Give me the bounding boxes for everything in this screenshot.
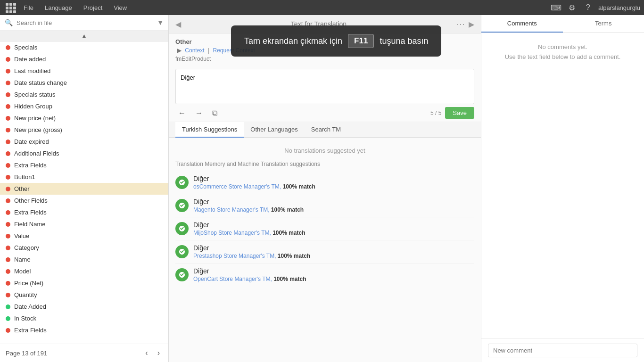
tm-suggestion-item[interactable]: DiğerPrestashop Store Manager's TM, 100%…	[175, 240, 474, 263]
status-dot	[6, 328, 10, 333]
file-list-item[interactable]: Last modified	[0, 65, 168, 77]
file-list-item[interactable]: Other	[0, 183, 168, 195]
file-list-label: Specials status	[14, 91, 55, 98]
status-dot	[6, 151, 10, 156]
source-label: Other	[175, 38, 474, 45]
file-list-item[interactable]: Hidden Group	[0, 100, 168, 112]
tm-items-container: DiğerosCommerce Store Manager's TM, 100%…	[175, 171, 474, 286]
tm-suggestion-item[interactable]: DiğerMagento Store Manager's TM, 100% ma…	[175, 194, 474, 217]
tm-suggestion-item[interactable]: DiğerMijoShop Store Manager's TM, 100% m…	[175, 217, 474, 240]
new-comment-input[interactable]	[488, 344, 637, 357]
tm-translation-text: Diğer	[193, 244, 310, 252]
file-list-label: Model	[14, 268, 31, 275]
prev-page-button[interactable]: ‹	[142, 348, 150, 358]
menu-project[interactable]: Project	[79, 2, 107, 13]
prev-segment-btn[interactable]: ←	[175, 107, 189, 119]
more-options-icon[interactable]: ⋯	[456, 19, 465, 29]
file-list-label: Hidden Group	[14, 103, 52, 110]
file-list-label: Quantity	[14, 291, 37, 298]
help-icon[interactable]: ?	[582, 2, 594, 13]
file-list-label: Field Name	[14, 221, 45, 228]
file-list-label: Date added	[14, 56, 46, 63]
file-list-item[interactable]: New price (gross)	[0, 124, 168, 136]
file-list-label: New price (net)	[14, 115, 56, 122]
search-input[interactable]	[17, 19, 153, 26]
tm-source-text: OpenCart Store Manager's TM, 100% match	[193, 276, 306, 282]
tm-icon	[175, 176, 189, 189]
file-list-item[interactable]: Date status change	[0, 77, 168, 89]
tm-icon	[175, 268, 189, 281]
status-dot	[6, 281, 10, 286]
file-list-item[interactable]: Specials status	[0, 89, 168, 100]
request-context-link[interactable]: Request Context	[213, 47, 255, 54]
tm-suggestion-item[interactable]: DiğerOpenCart Store Manager's TM, 100% m…	[175, 263, 474, 286]
status-dot	[6, 116, 10, 121]
next-page-button[interactable]: ›	[155, 348, 163, 358]
tm-translation-text: Diğer	[193, 267, 306, 275]
file-list-item[interactable]: Extra Fields	[0, 159, 168, 171]
right-panel-tabs: Comments Terms	[481, 15, 644, 33]
next-segment-btn[interactable]: →	[192, 107, 206, 119]
file-list-item[interactable]: In Stock	[0, 313, 168, 324]
file-list-item[interactable]: Additional Fields	[0, 148, 168, 159]
menu-language[interactable]: Language	[40, 2, 77, 13]
file-list-label: Additional Fields	[14, 150, 59, 157]
file-list-label: Value	[14, 232, 29, 239]
translation-toolbar: ← → ⧉ 5 / 5 Save	[169, 104, 481, 122]
file-list-label: Date expired	[14, 138, 49, 145]
tab-other-languages[interactable]: Other Languages	[244, 122, 304, 138]
menu-view[interactable]: View	[109, 2, 132, 13]
menubar: File Language Project View ⌨ ⚙ ? alparsl…	[0, 0, 644, 15]
tab-terms[interactable]: Terms	[563, 15, 644, 33]
save-button[interactable]: Save	[445, 107, 474, 119]
settings-icon[interactable]: ⚙	[566, 2, 578, 13]
file-list-label: Other Fields	[14, 197, 48, 204]
scroll-up-btn[interactable]: ▲	[0, 31, 168, 41]
tm-source-text: Prestashop Store Manager's TM, 100% matc…	[193, 253, 310, 259]
center-panel: ◀ Text for Translation ⋯ ▶ Other ▶ Conte…	[169, 15, 481, 362]
tm-suggestion-item[interactable]: DiğerosCommerce Store Manager's TM, 100%…	[175, 171, 474, 194]
file-list-item[interactable]: Price (Net)	[0, 277, 168, 289]
search-icon: 🔍	[5, 19, 13, 26]
tab-comments[interactable]: Comments	[481, 15, 563, 33]
search-bar: 🔍 ▼	[0, 15, 168, 31]
keyboard-icon[interactable]: ⌨	[550, 2, 561, 13]
tm-text-block: DiğerPrestashop Store Manager's TM, 100%…	[193, 244, 310, 259]
file-list-label: Button1	[14, 173, 35, 181]
tm-source-text: osCommerce Store Manager's TM, 100% matc…	[193, 183, 315, 190]
file-list-item[interactable]: Extra Fields	[0, 206, 168, 218]
filter-icon[interactable]: ▼	[157, 19, 164, 26]
file-list-label: New price (gross)	[14, 126, 62, 133]
file-list-item[interactable]: New price (net)	[0, 112, 168, 124]
translation-input[interactable]: Diğer	[176, 69, 474, 102]
collapse-left-btn[interactable]: ◀	[175, 20, 181, 29]
file-list-item[interactable]: Date Added	[0, 301, 168, 313]
file-list-item[interactable]: Category	[0, 242, 168, 254]
file-list-item[interactable]: Quantity	[0, 289, 168, 301]
tm-text-block: DiğerosCommerce Store Manager's TM, 100%…	[193, 175, 315, 190]
context-link[interactable]: Context	[185, 47, 204, 54]
context-separator: |	[208, 47, 209, 54]
pagination-nav: ‹ ›	[142, 348, 163, 358]
file-list-item[interactable]: Specials	[0, 41, 168, 53]
file-list-item[interactable]: Date added	[0, 53, 168, 65]
tab-turkish-suggestions[interactable]: Turkish Suggestions	[175, 122, 244, 138]
tm-text-block: DiğerMijoShop Store Manager's TM, 100% m…	[193, 221, 305, 236]
file-list-item[interactable]: Other Fields	[0, 195, 168, 206]
collapse-right-btn[interactable]: ▶	[469, 20, 474, 29]
no-suggestions-label: No translations suggested yet	[175, 142, 474, 161]
file-list-item[interactable]: Model	[0, 265, 168, 277]
file-list-item[interactable]: Extra Fields	[0, 324, 168, 336]
file-list-item[interactable]: Field Name	[0, 218, 168, 230]
status-dot	[6, 187, 10, 191]
file-list-item[interactable]: Date expired	[0, 136, 168, 148]
file-list-item[interactable]: Button1	[0, 171, 168, 183]
file-list-item[interactable]: Value	[0, 230, 168, 242]
menu-file[interactable]: File	[19, 2, 38, 13]
tab-search-tm[interactable]: Search TM	[305, 122, 347, 138]
copy-source-btn[interactable]: ⧉	[209, 107, 220, 119]
status-dot	[6, 175, 10, 180]
apps-icon[interactable]	[4, 1, 17, 14]
status-dot	[6, 104, 10, 109]
file-list-item[interactable]: Name	[0, 254, 168, 265]
